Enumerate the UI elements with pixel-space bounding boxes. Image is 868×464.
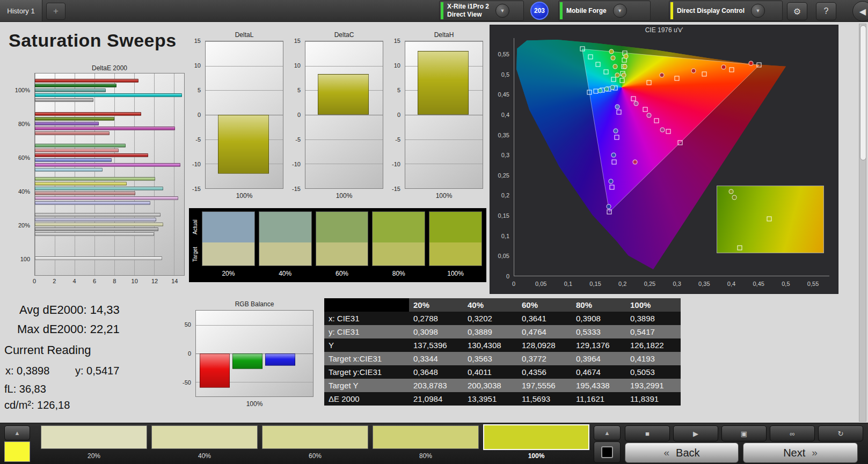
gridline [305, 41, 383, 42]
x-tick-label: 0,45 [753, 281, 764, 287]
settings-button[interactable]: ⚙ [787, 2, 807, 20]
deltaL-plot-area [205, 41, 283, 189]
cie-measurement-dot [660, 128, 665, 132]
target-color [259, 242, 311, 266]
y-tick-label: 0,05 [498, 253, 509, 259]
y-tick-label: 60% [18, 154, 30, 161]
table-row: Y137,5396130,4308128,0928129,1376126,182… [324, 338, 681, 352]
vertical-scrollbar[interactable] [859, 24, 866, 422]
deltaC-bar [318, 74, 369, 115]
deltaE-bar [35, 89, 106, 92]
display-control-selector[interactable]: Direct Display Control ▼ [669, 1, 783, 21]
y-tick-label: -5 [195, 136, 201, 143]
cie-measurement-dot [610, 85, 615, 90]
table-cell: 0,3648 [409, 367, 463, 377]
test-patch-label: 20% [41, 452, 147, 463]
pattern-window-button[interactable] [594, 441, 621, 463]
y-tick-label: 80% [18, 121, 30, 127]
expand-controls-button[interactable]: ▲ [594, 425, 621, 440]
cie-target-marker [631, 96, 636, 101]
meter-dropdown-icon[interactable]: ▼ [495, 4, 509, 18]
deltaE-bar [35, 84, 116, 87]
source-selector[interactable]: Mobile Forge ▼ [558, 1, 651, 21]
cie-x-axis: 00,050,10,150,20,250,30,350,40,450,50,55 [514, 281, 829, 289]
table-row: Target y:CIE310,36480,40110,43560,46740,… [324, 365, 681, 379]
cie-target-marker [612, 160, 617, 165]
deltaL-y-axis: 151050-5-10-15 [189, 41, 203, 189]
inset-target-marker [737, 246, 742, 251]
swatch-cells [202, 211, 482, 266]
cie-target-marker [729, 67, 734, 72]
cie-measurement-dot [622, 73, 626, 78]
cie-target-marker [646, 80, 651, 85]
continuous-icon: ∞ [790, 430, 794, 438]
back-button[interactable]: « Back [625, 443, 739, 463]
test-patch-40%[interactable] [151, 425, 258, 449]
y-tick-label: 0,25 [498, 172, 509, 179]
table-cell: 137,5396 [409, 341, 463, 350]
add-tab-button[interactable]: + [46, 3, 65, 20]
table-cell: Target y:CIE31 [324, 367, 409, 377]
saturation-swatch-20% [202, 211, 255, 266]
gridline [206, 188, 283, 189]
y-tick-label: 100% [15, 87, 30, 93]
x-tick-label: 0 [33, 278, 36, 284]
test-patch-60%[interactable] [262, 425, 368, 449]
transport-stop-button[interactable]: ■ [625, 425, 670, 441]
test-patch-100%[interactable] [483, 424, 589, 450]
x-tick-label: 6 [93, 278, 96, 284]
meter-selector[interactable]: X-Rite i1Pro 2 Direct View ▼ [439, 1, 524, 21]
table-cell: 0,3641 [517, 314, 572, 323]
deltaH-y-axis: 151050-5-10-15 [389, 41, 403, 189]
tab-history-1[interactable]: History 1 [0, 0, 42, 21]
deltaE-bar [35, 122, 99, 126]
next-chevron-icon: » [812, 447, 818, 459]
reading-count-badge[interactable]: 203 [530, 2, 549, 20]
x-tick-label: 0,05 [535, 281, 546, 287]
cie-1976-panel: CIE 1976 u'v' 0,550,50,450,40,350,30,250… [490, 25, 838, 294]
current-reading-heading: Current Reading [4, 343, 91, 357]
bar-group [35, 73, 184, 107]
table-cell: 21,0984 [409, 394, 463, 403]
inset-measurement-dot [732, 195, 736, 200]
deltaE-bar [35, 192, 135, 195]
meter-status-indicator [441, 2, 443, 19]
transport-measure-button[interactable]: ▣ [721, 425, 767, 441]
test-patch-20%[interactable] [41, 425, 147, 449]
cie-measurement-dot [623, 64, 628, 69]
y-tick-label: 0 [297, 112, 301, 118]
table-cell: 0,3898 [626, 314, 681, 323]
collapse-button[interactable]: ◀ [852, 1, 868, 21]
transport-continuous-button[interactable]: ∞ [770, 425, 815, 441]
table-cell: 197,5556 [517, 381, 572, 390]
cie-target-marker [677, 141, 682, 145]
y-tick-label: 0 [506, 273, 509, 279]
display-dropdown-icon[interactable]: ▼ [751, 4, 765, 18]
cie-target-marker [595, 62, 600, 67]
cie-measurement-dot [632, 160, 637, 165]
transport-repeat-button[interactable]: ↻ [818, 425, 863, 441]
table-cell: x: CIE31 [324, 314, 409, 323]
next-button[interactable]: Next » [743, 443, 858, 463]
deltaE-bar [35, 201, 150, 205]
table-cell: 193,2991 [626, 381, 681, 390]
table-cell: 0,2788 [409, 314, 463, 323]
cie-target-marker [588, 54, 593, 59]
x-tick-label: 0,2 [618, 281, 626, 287]
current-test-patch[interactable] [4, 441, 30, 462]
y-tick-label: 0,1 [501, 233, 509, 239]
gridline [206, 90, 283, 91]
table-cell: 11,8391 [626, 394, 681, 403]
deltaE-plot-area [34, 73, 185, 276]
deltaE-bar [35, 144, 126, 148]
source-dropdown-icon[interactable]: ▼ [613, 4, 627, 18]
current-fl-reading: fL: 36,83 [4, 383, 46, 395]
table-cell: 0,3772 [517, 354, 572, 363]
scrollbar-thumb[interactable] [860, 25, 866, 160]
deltaE2000-chart: DeltaE 2000 100%80%60%40%20%100 02468101… [13, 63, 186, 289]
transport-play-button[interactable]: ▶ [673, 425, 718, 441]
meter-label: X-Rite i1Pro 2 Direct View [447, 3, 489, 19]
help-button[interactable]: ? [816, 2, 836, 20]
expand-patch-panel-button[interactable]: ▲ [4, 425, 30, 440]
test-patch-80%[interactable] [373, 425, 479, 449]
